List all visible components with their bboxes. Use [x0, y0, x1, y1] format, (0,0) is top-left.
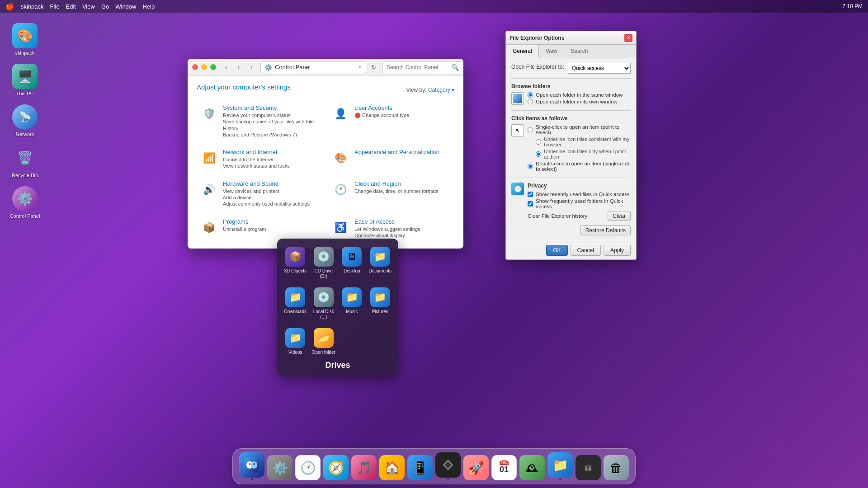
recent-files-checkbox[interactable]	[528, 192, 533, 197]
cp-item-appearance[interactable]: 🎨 Appearance and Personalization	[328, 146, 454, 172]
recent-files-label: Show recently used files in Quick access	[536, 192, 630, 197]
menu-window[interactable]: Window	[115, 3, 136, 10]
menu-go[interactable]: Go	[101, 3, 109, 10]
cp-item-user-accounts[interactable]: 👤 User Accounts 🔴 Change account type	[328, 102, 454, 141]
double-click-radio[interactable]	[528, 164, 533, 169]
tab-general[interactable]: General	[506, 45, 539, 57]
menu-view[interactable]: View	[82, 3, 95, 10]
cd-drive-icon: 💿	[314, 247, 334, 267]
dock-itunes[interactable]: 🎵	[351, 455, 377, 480]
desktop-icon-recyclebin[interactable]: 🗑️ Recycle Bin	[5, 143, 45, 181]
recyclebin-label: Recycle Bin	[12, 173, 38, 178]
dock-home[interactable]: 🏠	[379, 455, 405, 480]
dock-settings[interactable]: ⚙️	[267, 455, 292, 480]
restore-defaults-button[interactable]: Restore Defaults	[580, 225, 631, 235]
dock-launchpad[interactable]: 🚀	[463, 455, 489, 480]
single-click-radio[interactable]	[528, 127, 533, 132]
control-panel-titlebar: ‹ › ↑ ⚙️ Control Panel ▼ ↻ 🔍	[188, 59, 463, 76]
drive-item-videos[interactable]: 📁 Videos	[283, 325, 308, 358]
drive-item-3d-objects[interactable]: 📦 3D Objects	[283, 244, 308, 282]
dock-appstore[interactable]: 📱	[407, 455, 433, 480]
drive-item-local-disk[interactable]: 💿 Local Disk (...)	[311, 285, 337, 323]
3d-objects-icon: 📦	[285, 247, 305, 267]
underline-hover-row: Underline icon titles only when I point …	[536, 149, 631, 160]
apply-button[interactable]: Apply	[604, 245, 631, 256]
underline-hover-radio[interactable]	[536, 151, 541, 157]
forward-button[interactable]: ›	[233, 62, 244, 73]
cp-item-text: Hardware and Sound View devices and prin…	[223, 180, 310, 207]
menu-time: 7:10 PM	[842, 3, 863, 9]
fe-body: Open File Explorer to: Quick access Brow…	[506, 57, 636, 241]
desktop-icon-network[interactable]: 📡 Network	[5, 102, 45, 140]
apple-menu[interactable]: 🍎	[5, 2, 14, 11]
tab-view[interactable]: View	[539, 45, 564, 57]
open-to-select[interactable]: Quick access	[568, 63, 631, 74]
address-dropdown[interactable]: ▼	[358, 65, 362, 70]
drive-item-open-folder[interactable]: 📂 Open folder	[311, 325, 337, 358]
dock-finder[interactable]	[239, 452, 264, 480]
address-bar[interactable]: ⚙️ Control Panel ▼	[260, 61, 366, 73]
clear-button[interactable]: Clear	[608, 211, 631, 221]
menu-file[interactable]: File	[50, 3, 60, 10]
dock-calendar[interactable]: JUL 01	[491, 455, 517, 480]
up-button[interactable]: ↑	[246, 62, 257, 73]
videos-icon: 📁	[285, 328, 305, 348]
own-window-radio[interactable]	[528, 99, 533, 104]
menu-skinpack[interactable]: skinpack	[21, 3, 44, 10]
minimize-button[interactable]	[201, 64, 207, 70]
click-items-label: Click items as follows	[511, 115, 631, 122]
back-button[interactable]: ‹	[221, 62, 231, 73]
dock-bootcamp[interactable]	[435, 452, 461, 480]
drive-item-documents[interactable]: 📁 Documents	[368, 244, 393, 282]
drive-item-music[interactable]: 📁 Music	[339, 285, 365, 323]
network-label: Network	[16, 131, 34, 137]
dock: ⚙️ 🕐 🧭 🎵 🏠 📱 🚀 JUL 01 🕰 📁	[232, 448, 636, 484]
svg-marker-6	[443, 460, 453, 469]
control-panel-content: Adjust your computer's settings View by:…	[188, 76, 463, 249]
drive-item-desktop[interactable]: 🖥 Desktop	[339, 244, 365, 282]
dock-timemachine[interactable]: 🕰	[519, 455, 545, 480]
menu-bar: 🍎 skinpack File Edit View Go Window Help…	[0, 0, 868, 13]
cp-item-system-security[interactable]: 🛡️ System and Security Review your compu…	[197, 102, 323, 141]
divider-2	[511, 110, 631, 111]
frequent-folders-checkbox[interactable]	[528, 201, 533, 206]
underline-consistent-row: Underline icon titles consistent with my…	[536, 136, 631, 147]
cp-item-hardware-sound[interactable]: 🔊 Hardware and Sound View devices and pr…	[197, 178, 323, 210]
divider-1	[511, 78, 631, 79]
clear-history-row: Clear File Explorer history Clear	[528, 211, 631, 221]
dock-finder2[interactable]: 📁	[547, 452, 573, 480]
fe-close-button[interactable]: ✕	[624, 34, 632, 42]
fe-titlebar: File Explorer Options ✕	[506, 31, 636, 45]
videos-label: Videos	[288, 350, 302, 355]
drive-item-downloads[interactable]: 📁 Downloads	[283, 285, 308, 323]
ease-access-desc: Let Windows suggest settingsOptimize vis…	[354, 226, 420, 239]
dock-safari[interactable]: 🧭	[323, 455, 349, 480]
ease-access-icon: ♿	[331, 218, 350, 237]
menu-help[interactable]: Help	[142, 3, 155, 10]
window-controls	[192, 64, 216, 70]
tab-search[interactable]: Search	[564, 45, 595, 57]
view-mode-select[interactable]: Category ▾	[428, 87, 454, 93]
desktop-icon-controlpanel[interactable]: ⚙️ Control Panel	[5, 183, 45, 222]
desktop-icon-thispc[interactable]: 🖥️ This PC	[5, 61, 45, 99]
dock-clock[interactable]: 🕐	[295, 455, 321, 480]
cp-item-ease-access[interactable]: ♿ Ease of Access Let Windows suggest set…	[328, 216, 454, 242]
drive-item-pictures[interactable]: 📁 Pictures	[368, 285, 393, 323]
refresh-button[interactable]: ↻	[368, 62, 379, 73]
drive-item-cd-drive[interactable]: 💿 CD Drive (D:)	[311, 244, 337, 282]
privacy-icon: 🕐	[511, 183, 524, 195]
maximize-button[interactable]	[210, 64, 216, 70]
cp-item-network-internet[interactable]: 📶 Network and Internet Connect to the In…	[197, 146, 323, 172]
cp-item-clock-region[interactable]: 🕐 Clock and Region Change date, time, or…	[328, 178, 454, 210]
dock-trash[interactable]: 🗑	[604, 455, 629, 480]
menu-edit[interactable]: Edit	[66, 3, 76, 10]
ok-button[interactable]: OK	[546, 245, 567, 256]
close-button[interactable]	[192, 64, 198, 70]
desktop-icon-skinpack[interactable]: 🎨 skinpack	[5, 20, 45, 59]
same-window-radio[interactable]	[528, 92, 533, 98]
cancel-button[interactable]: Cancel	[571, 245, 601, 256]
cp-item-programs[interactable]: 📦 Programs Uninstall a program	[197, 216, 323, 242]
programs-desc: Uninstall a program	[223, 226, 266, 232]
dock-missioncontrol[interactable]: ▦	[576, 455, 601, 480]
underline-consistent-radio[interactable]	[536, 139, 541, 145]
